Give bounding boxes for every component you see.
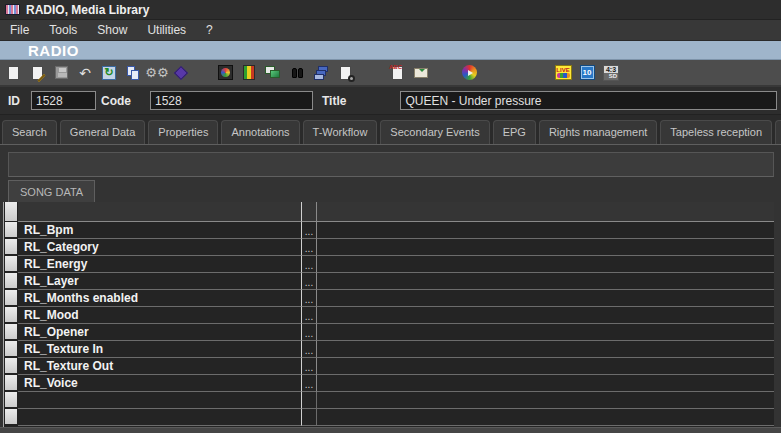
row-selector[interactable] xyxy=(4,239,18,256)
status-columns-button[interactable] xyxy=(240,64,258,82)
row-ellipsis-button[interactable]: ... xyxy=(302,307,317,324)
metadata-toolbar-panel xyxy=(8,152,774,177)
tab-bar: SearchGeneral DataPropertiesAnnotationsT… xyxy=(0,115,781,145)
table-row[interactable]: RL_Bpm ... xyxy=(4,222,774,239)
image-gallery-icon xyxy=(265,66,281,80)
title-label: Title xyxy=(322,94,346,108)
layers-icon xyxy=(314,66,329,80)
channel-10-button[interactable]: 10 xyxy=(578,64,596,82)
code-input[interactable] xyxy=(150,91,313,110)
row-selector[interactable] xyxy=(4,409,18,426)
row-value-cell[interactable] xyxy=(317,341,774,358)
edit-record-button[interactable] xyxy=(28,64,46,82)
row-value-cell[interactable] xyxy=(317,273,774,290)
color-wheel-button[interactable] xyxy=(460,64,478,82)
row-ellipsis-button[interactable]: ... xyxy=(302,341,317,358)
row-value-cell[interactable] xyxy=(317,222,774,239)
app-icon xyxy=(5,4,20,15)
row-value-cell[interactable] xyxy=(317,239,774,256)
spell-check-button[interactable]: ABC xyxy=(388,64,406,82)
annotate-button[interactable] xyxy=(172,64,190,82)
gears-icon: ⚙⚙ xyxy=(145,65,168,80)
row-field-name: RL_Texture Out xyxy=(18,358,302,375)
copy-button[interactable] xyxy=(124,64,142,82)
color-wheel-icon xyxy=(462,65,477,80)
table-row[interactable]: RL_Layer ... xyxy=(4,273,774,290)
grid-header-dots xyxy=(302,202,317,222)
menu-item[interactable]: ? xyxy=(196,21,223,39)
tab-item[interactable]: Properties xyxy=(148,120,218,144)
row-ellipsis-button[interactable]: ... xyxy=(302,324,317,341)
row-value-cell[interactable] xyxy=(317,358,774,375)
send-mail-button[interactable] xyxy=(412,64,430,82)
row-ellipsis-button[interactable]: ... xyxy=(302,358,317,375)
print-preview-button[interactable] xyxy=(336,64,354,82)
table-row[interactable]: RL_Opener ... xyxy=(4,324,774,341)
tab-item[interactable]: Annotations xyxy=(221,120,299,144)
row-selector[interactable] xyxy=(4,358,18,375)
metadata-tab-content: SONG DATA RL_Bpm ... RL_Category ... xyxy=(0,149,781,433)
table-row[interactable]: RL_Months enabled ... xyxy=(4,290,774,307)
layers-button[interactable] xyxy=(312,64,330,82)
menu-item[interactable]: File xyxy=(0,21,39,39)
empty-table-row[interactable] xyxy=(4,409,774,426)
grid-header-selector[interactable] xyxy=(4,202,18,222)
song-data-tab[interactable]: SONG DATA xyxy=(8,180,95,202)
row-selector[interactable] xyxy=(4,392,18,409)
row-value-cell[interactable] xyxy=(317,307,774,324)
row-selector[interactable] xyxy=(4,375,18,392)
tab-item[interactable]: General Data xyxy=(60,120,145,144)
row-value-cell[interactable] xyxy=(317,290,774,307)
menu-item[interactable]: Show xyxy=(87,21,137,39)
row-field-name: RL_Layer xyxy=(18,273,302,290)
row-selector[interactable] xyxy=(4,341,18,358)
tab-item[interactable]: Rights management xyxy=(539,120,657,144)
app-header: RADIO xyxy=(0,41,781,60)
id-input[interactable] xyxy=(31,91,96,110)
table-row[interactable]: RL_Voice ... xyxy=(4,375,774,392)
tab-item[interactable]: Secondary Events xyxy=(380,120,489,144)
row-selector[interactable] xyxy=(4,307,18,324)
row-ellipsis-button[interactable]: ... xyxy=(302,239,317,256)
row-ellipsis-button[interactable]: ... xyxy=(302,290,317,307)
image-gallery-button[interactable] xyxy=(264,64,282,82)
search-button[interactable] xyxy=(288,64,306,82)
live-button[interactable]: LIVE xyxy=(554,64,572,82)
row-ellipsis-button[interactable]: ... xyxy=(302,222,317,239)
video-effects-button[interactable] xyxy=(216,64,234,82)
undo-button[interactable]: ↶ xyxy=(76,64,94,82)
tab-item[interactable]: EPG xyxy=(493,120,536,144)
title-bar: RADIO, Media Library xyxy=(0,0,781,20)
transfer-settings-button[interactable]: ⚙⚙ xyxy=(148,64,166,82)
tab-item[interactable]: Tapeless reception xyxy=(660,120,772,144)
title-input[interactable] xyxy=(400,91,777,110)
aspect-ratio-button[interactable]: 4:3 SD xyxy=(602,64,620,82)
menu-item[interactable]: Tools xyxy=(39,21,87,39)
tab-item[interactable]: Media Data xyxy=(775,120,781,144)
row-selector[interactable] xyxy=(4,273,18,290)
table-row[interactable]: RL_Mood ... xyxy=(4,307,774,324)
tab-item[interactable]: Search xyxy=(2,120,57,144)
refresh-button[interactable]: ↻ xyxy=(100,64,118,82)
row-selector[interactable] xyxy=(4,256,18,273)
table-row[interactable]: RL_Category ... xyxy=(4,239,774,256)
status-columns-icon xyxy=(243,65,255,80)
table-row[interactable]: RL_Texture In ... xyxy=(4,341,774,358)
tab-item[interactable]: T-Workflow xyxy=(303,120,378,144)
save-icon xyxy=(55,66,68,79)
row-selector[interactable] xyxy=(4,222,18,239)
row-ellipsis-button[interactable]: ... xyxy=(302,256,317,273)
row-value-cell[interactable] xyxy=(317,256,774,273)
row-value-cell[interactable] xyxy=(317,375,774,392)
row-ellipsis-button[interactable]: ... xyxy=(302,273,317,290)
empty-table-row[interactable] xyxy=(4,392,774,409)
row-selector[interactable] xyxy=(4,324,18,341)
new-document-button[interactable] xyxy=(4,64,22,82)
table-row[interactable]: RL_Energy ... xyxy=(4,256,774,273)
row-selector[interactable] xyxy=(4,290,18,307)
menu-item[interactable]: Utilities xyxy=(137,21,196,39)
table-row[interactable]: RL_Texture Out ... xyxy=(4,358,774,375)
row-value-cell[interactable] xyxy=(317,324,774,341)
save-button[interactable] xyxy=(52,64,70,82)
row-ellipsis-button[interactable]: ... xyxy=(302,375,317,392)
